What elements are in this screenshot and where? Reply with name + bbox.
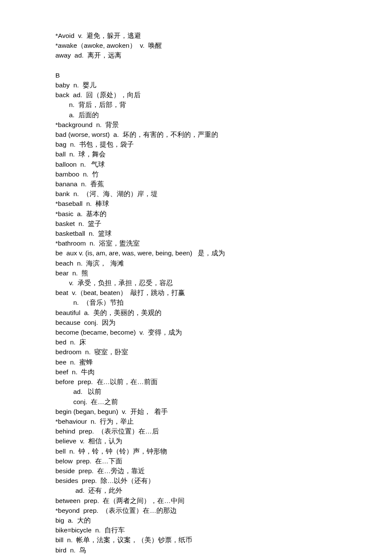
vocab-line: beside prep. 在…旁边，靠近 bbox=[55, 466, 379, 476]
vocab-line: bed n. 床 bbox=[55, 337, 379, 347]
vocab-line: *bathroom n. 浴室，盥洗室 bbox=[55, 238, 379, 248]
vocab-line: beautiful a. 美的，美丽的，美观的 bbox=[55, 308, 379, 318]
vocab-line: bedroom n. 寝室，卧室 bbox=[55, 347, 379, 357]
vocab-line: bell n. 钟，铃，钟（铃）声，钟形物 bbox=[55, 446, 379, 456]
vocab-line: *Avoid v. 避免，躲开，逃避 bbox=[55, 31, 379, 40]
vocab-line: *baseball n. 棒球 bbox=[55, 199, 379, 208]
vocab-line: *basic a. 基本的 bbox=[55, 209, 379, 219]
vocab-line: beef n. 牛肉 bbox=[55, 367, 379, 377]
vocab-line: banana n. 香蕉 bbox=[55, 179, 379, 189]
vocab-line: *background n. 背景 bbox=[55, 120, 379, 130]
vocab-line: ball n. 球，舞会 bbox=[55, 149, 379, 159]
vocab-line: v. 承受，负担，承担，忍受，容忍 bbox=[55, 278, 379, 288]
vocab-line: before prep. 在…以前，在…前面 bbox=[55, 377, 379, 387]
vocab-line: between prep. 在（两者之间），在…中间 bbox=[55, 496, 379, 506]
vocab-line: ad. 还有，此外 bbox=[55, 486, 379, 495]
vocab-line: bear n. 熊 bbox=[55, 268, 379, 278]
vocab-line: bill n. 帐单，法案，议案，（美）钞票，纸币 bbox=[55, 535, 379, 545]
document-page: *Avoid v. 避免，躲开，逃避*awake（awoke, awoken） … bbox=[0, 0, 379, 555]
vocab-line: *awake（awoke, awoken） v. 唤醒 bbox=[55, 40, 379, 50]
vocab-line: bad (worse, worst) a. 坏的，有害的，不利的，严重的 bbox=[55, 130, 379, 139]
vocab-line: because conj. 因为 bbox=[55, 318, 379, 327]
vocab-line: *beyond prep. （表示位置）在…的那边 bbox=[55, 506, 379, 515]
vocab-line: n. 背后，后部，背 bbox=[55, 100, 379, 110]
vocab-line: below prep. 在…下面 bbox=[55, 456, 379, 466]
vocab-line: bird n. 鸟 bbox=[55, 545, 379, 555]
vocab-line: basket n. 篮子 bbox=[55, 219, 379, 228]
vocab-line: baby n. 婴儿 bbox=[55, 80, 379, 90]
vocab-line: believe v. 相信，认为 bbox=[55, 436, 379, 446]
blank-line bbox=[55, 61, 379, 70]
vocab-line: *behaviour n. 行为，举止 bbox=[55, 416, 379, 426]
vocab-line: back ad. 回（原处），向后 bbox=[55, 90, 379, 100]
vocab-line: B bbox=[55, 70, 379, 80]
vocab-line: become (became, become) v. 变得，成为 bbox=[55, 327, 379, 337]
vocab-line: n. （音乐）节拍 bbox=[55, 298, 379, 307]
vocab-line: bank n. （河、海、湖的）岸，堤 bbox=[55, 189, 379, 199]
vocab-line: conj. 在…之前 bbox=[55, 397, 379, 407]
vocab-line: behind prep. （表示位置）在…后 bbox=[55, 426, 379, 436]
vocab-line: bag n. 书包，提包，袋子 bbox=[55, 139, 379, 149]
vocab-line: begin (began, begun) v. 开始， 着手 bbox=[55, 407, 379, 416]
vocab-line: balloon n. 气球 bbox=[55, 159, 379, 169]
vocab-line: a. 后面的 bbox=[55, 110, 379, 120]
vocab-line: bike=bicycle n. 自行车 bbox=[55, 525, 379, 535]
vocab-line: be aux v. (is, am, are, was, were, being… bbox=[55, 248, 379, 258]
vocab-line: beat v.（beat, beaten） 敲打，跳动，打赢 bbox=[55, 288, 379, 298]
vocab-line: basketball n. 篮球 bbox=[55, 228, 379, 238]
vocab-line: bee n. 蜜蜂 bbox=[55, 357, 379, 367]
vocab-line: ad. 以前 bbox=[55, 387, 379, 396]
vocab-line: besides prep. 除…以外（还有） bbox=[55, 476, 379, 486]
vocab-line: big a. 大的 bbox=[55, 515, 379, 525]
vocab-line: away ad. 离开，远离 bbox=[55, 50, 379, 60]
vocab-line: bamboo n. 竹 bbox=[55, 169, 379, 179]
vocab-line: beach n. 海滨， 海滩 bbox=[55, 258, 379, 268]
